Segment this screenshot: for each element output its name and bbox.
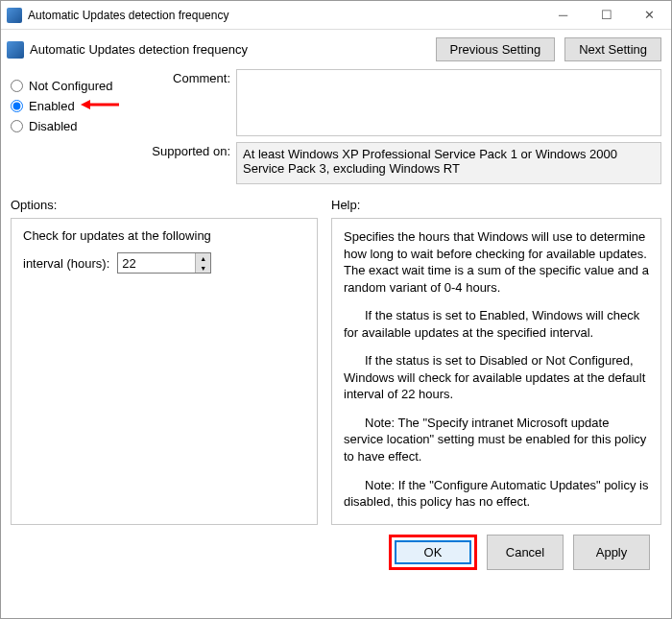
header-row: Automatic Updates detection frequency Pr… [1,30,671,65]
radio-enabled[interactable]: Enabled [11,99,150,113]
help-p1: Specifies the hours that Windows will us… [344,228,649,296]
radio-disabled-label: Disabled [29,119,78,133]
help-label: Help: [331,198,661,212]
supported-on-label: Supported on: [150,142,236,184]
options-panel: Check for updates at the following inter… [11,218,318,525]
interval-input[interactable] [118,253,195,273]
help-p4: Note: The "Specify intranet Microsoft up… [344,415,649,465]
policy-icon [7,41,24,59]
arrow-icon [81,99,119,113]
radio-enabled-label: Enabled [29,99,75,113]
help-p5: Note: If the "Configure Automatic Update… [344,477,649,511]
ok-button[interactable]: OK [395,540,471,564]
close-button[interactable]: ✕ [628,1,671,30]
previous-setting-button[interactable]: Previous Setting [436,37,556,61]
help-p2: If the status is set to Enabled, Windows… [344,307,649,341]
radio-enabled-input[interactable] [11,100,23,112]
state-radio-group: Not Configured Enabled Disabled [11,69,150,190]
radio-not-configured-label: Not Configured [29,79,112,93]
titlebar: Automatic Updates detection frequency ─ … [1,1,671,30]
radio-disabled-input[interactable] [11,120,23,132]
comment-textarea[interactable] [236,69,661,136]
minimize-button[interactable]: ─ [541,1,585,30]
cancel-button[interactable]: Cancel [487,535,564,570]
radio-not-configured[interactable]: Not Configured [11,79,150,93]
interval-spinner[interactable]: ▲ ▼ [117,252,211,274]
apply-button[interactable]: Apply [573,535,650,570]
ok-highlight: OK [389,535,477,570]
maximize-button[interactable]: ☐ [585,1,628,30]
options-label: Options: [11,198,318,212]
footer: OK Cancel Apply [11,525,661,580]
help-panel: Specifies the hours that Windows will us… [331,218,661,525]
app-icon [7,8,22,23]
spinner-down-icon[interactable]: ▼ [196,263,210,273]
dialog-window: Automatic Updates detection frequency ─ … [0,0,672,619]
help-p3: If the status is set to Disabled or Not … [344,352,649,403]
window-title: Automatic Updates detection frequency [28,9,541,22]
radio-disabled[interactable]: Disabled [11,119,150,133]
svg-marker-1 [81,100,90,109]
interval-label: interval (hours): [23,256,109,271]
spinner-up-icon[interactable]: ▲ [196,253,210,263]
policy-title: Automatic Updates detection frequency [30,42,436,57]
check-updates-label: Check for updates at the following [23,228,305,243]
comment-label: Comment: [150,69,236,136]
radio-not-configured-input[interactable] [11,80,23,92]
supported-on-value: At least Windows XP Professional Service… [236,142,661,184]
next-setting-button[interactable]: Next Setting [564,37,661,61]
